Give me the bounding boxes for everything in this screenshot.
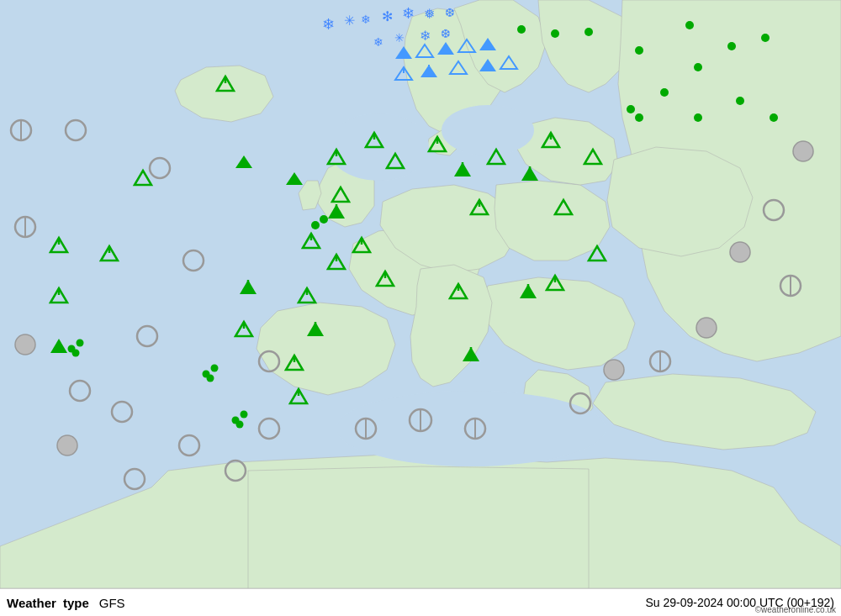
map-title: Weather type GFS [7, 596, 125, 610]
drizzle-symbol [685, 21, 694, 29]
drizzle-symbol [551, 29, 559, 38]
weather-map: ❄ ✳ ❄ ✻ ❄ ❅ ❆ ❄ ✳ ❄ ❆ [0, 0, 841, 588]
drizzle-symbol [761, 34, 770, 42]
svg-point-22 [72, 350, 80, 357]
overcast-symbol [793, 141, 813, 161]
snow-symbol: ❄ [361, 13, 371, 26]
svg-point-57 [660, 88, 669, 97]
snow-symbol: ❄ [322, 16, 335, 33]
svg-point-40 [694, 63, 702, 71]
snow-symbol: ✻ [382, 9, 393, 24]
drizzle-symbol [517, 25, 526, 34]
bottom-bar: Weather type GFS Su 29-09-2024 00:00 UTC… [0, 588, 841, 616]
svg-point-42 [770, 113, 778, 122]
svg-point-39 [635, 46, 643, 55]
svg-point-28 [236, 421, 244, 429]
overcast-symbol [604, 360, 624, 380]
mixed-precip-symbol: ❄ [373, 35, 383, 49]
snow-symbol: ❆ [445, 6, 455, 19]
svg-point-24 [211, 365, 219, 372]
svg-point-3 [442, 105, 534, 155]
drizzle-symbol [727, 42, 736, 50]
weather-label: Weather [7, 596, 56, 610]
svg-point-58 [694, 113, 702, 122]
svg-point-21 [77, 340, 84, 347]
snow-symbol: ✳ [344, 13, 355, 28]
drizzle-symbol [584, 28, 593, 36]
overcast-symbol [730, 242, 750, 262]
mixed-precip-symbol: ✳ [394, 31, 405, 45]
copyright-label: ©weatheronline.co.uk [755, 605, 836, 614]
model-label: GFS [99, 596, 125, 610]
svg-point-55 [627, 105, 635, 113]
overcast-symbol [15, 334, 35, 355]
svg-point-27 [241, 411, 248, 419]
snow-symbol: ❄ [402, 5, 415, 22]
svg-point-30 [311, 221, 320, 229]
mixed-precip-symbol: ❆ [441, 27, 451, 40]
svg-point-41 [736, 97, 744, 105]
svg-point-25 [207, 375, 214, 382]
snow-symbol: ❅ [424, 7, 435, 21]
overcast-symbol [696, 318, 717, 338]
svg-point-31 [320, 215, 328, 224]
overcast-symbol [57, 435, 77, 455]
svg-point-56 [635, 113, 643, 122]
mixed-precip-symbol: ❄ [420, 29, 431, 43]
type-label: type [63, 596, 89, 610]
